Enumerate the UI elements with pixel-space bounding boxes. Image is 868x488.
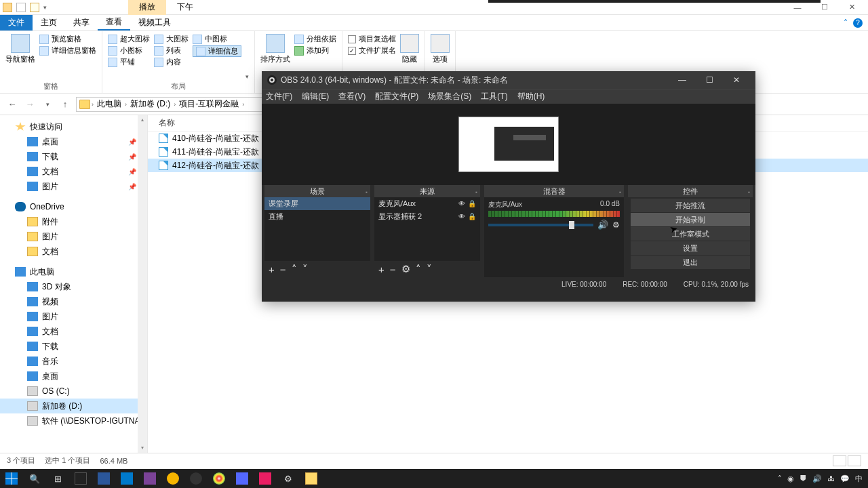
tree-thispc[interactable]: 此电脑 [0,264,147,279]
group-by-button[interactable]: 分组依据 [294,34,336,44]
tree-3d[interactable]: 3D 对象 [0,279,147,294]
studio-mode-button[interactable]: 工作室模式 [631,227,750,241]
forward-button[interactable]: → [23,98,37,111]
lock-icon[interactable]: 🔒 [468,213,476,220]
tree-soft[interactable]: 软件 (\\DESKTOP-IGUTNAR [0,413,147,428]
tree-pics3[interactable]: 图片 [0,309,147,324]
item-checkboxes-toggle[interactable]: 项目复选框 [348,34,396,44]
layout-detail-button[interactable]: 详细信息 [193,45,241,57]
visibility-icon[interactable]: 👁 [458,200,465,207]
tree-newd[interactable]: 新加卷 (D:) [0,399,147,413]
layout-more-icon[interactable]: ▾ [245,73,249,80]
taskbar-app[interactable] [254,469,277,488]
sources-list[interactable]: 麦克风/Aux👁🔒 显示器捕获 2👁🔒 [374,197,480,261]
qat-icon[interactable] [30,3,39,12]
back-button[interactable]: ← [5,98,19,111]
layout-xl-button[interactable]: 超大图标 [108,34,150,44]
add-scene-button[interactable]: + [269,264,275,275]
tree-music[interactable]: 音乐 [0,354,147,369]
tray-notification-icon[interactable]: 💬 [840,474,850,483]
taskbar-app[interactable] [92,469,115,488]
recent-dropdown-icon[interactable]: ▾ [41,98,54,111]
qat-dropdown-icon[interactable]: ▾ [43,4,47,11]
tree-video[interactable]: 视频 [0,294,147,309]
chevron-right-icon[interactable]: › [92,101,94,108]
tray-network-icon[interactable]: 🖧 [827,474,835,483]
nav-pane-button[interactable]: 导航窗格 [5,34,35,64]
dock-title[interactable]: 场景 [264,185,370,197]
obs-menu-file[interactable]: 文件(F) [266,91,292,102]
search-button[interactable]: 🔍 [23,469,46,488]
layout-list-button[interactable]: 列表 [154,45,189,56]
options-button[interactable]: 选项 [431,34,450,64]
breadcrumb-proj[interactable]: 项目-互联网金融 [177,98,241,110]
add-column-button[interactable]: 添加列 [294,45,336,56]
view-details-icon[interactable] [833,455,846,466]
source-properties-button[interactable]: ⚙ [401,263,410,275]
taskbar-app[interactable] [115,469,138,488]
taskbar[interactable]: 🔍 ⊞ ⚙ ˄ ◉ ⛊ 🔊 🖧 💬 中 [0,469,868,488]
tree-pics[interactable]: 图片📌 [0,179,147,194]
taskbar-explorer[interactable] [300,469,323,488]
tree-osc[interactable]: OS (C:) [0,384,147,399]
obs-preview[interactable] [262,104,755,185]
taskbar-app[interactable] [138,469,161,488]
gear-icon[interactable]: ⚙ [612,220,620,230]
obs-menu-scenes[interactable]: 场景集合(S) [428,91,471,102]
breadcrumb-pc[interactable]: 此电脑 [95,98,123,110]
taskbar-app[interactable] [184,469,208,488]
source-up-button[interactable]: ˄ [416,263,421,275]
start-recording-button[interactable]: 开始录制 [631,213,750,226]
preview-pane-button[interactable]: 预览窗格 [39,34,96,44]
obs-titlebar[interactable]: OBS 24.0.3 (64-bit, windows) - 配置文件: 未命名… [262,71,755,89]
lock-icon[interactable]: 🔒 [468,200,476,207]
scene-up-button[interactable]: ˄ [292,263,297,275]
dock-title[interactable]: 来源 [374,185,480,197]
help-icon[interactable]: ? [853,18,863,28]
tree-downloads[interactable]: 下载📌 [0,149,147,164]
tray-ime[interactable]: 中 [855,474,863,484]
obs-minimize-button[interactable]: — [669,72,696,88]
view-thumbnails-icon[interactable] [848,455,861,466]
close-button[interactable]: ✕ [838,1,865,14]
scrollbar[interactable]: ▴ ▾ [138,115,147,453]
start-streaming-button[interactable]: 开始推流 [631,199,750,212]
remove-scene-button[interactable]: − [280,264,286,275]
tree-pics2[interactable]: 图片 [0,229,147,244]
taskbar-app[interactable] [69,469,92,488]
tree-docs3[interactable]: 文档 [0,324,147,339]
tree-desktop[interactable]: 桌面📌 [0,134,147,149]
chevron-right-icon[interactable]: › [125,101,127,108]
nav-tree[interactable]: 快速访问 桌面📌 下载📌 文档📌 图片📌 OneDrive 附件 图片 文档 此… [0,115,148,453]
qat-icon[interactable] [16,3,26,12]
share-tab[interactable]: 共享 [65,15,98,30]
ribbon-collapse-icon[interactable]: ˄ [844,18,848,28]
system-tray[interactable]: ˄ ◉ ⛊ 🔊 🖧 💬 中 [778,474,868,484]
chevron-right-icon[interactable]: › [242,101,244,108]
tree-desktop2[interactable]: 桌面 [0,369,147,384]
tray-obs-icon[interactable]: ◉ [787,474,794,483]
video-tools-tab[interactable]: 视频工具 [130,15,179,30]
visibility-icon[interactable]: 👁 [458,213,465,220]
tree-docs2[interactable]: 文档 [0,244,147,259]
tree-quick-access[interactable]: 快速访问 [0,119,147,134]
details-pane-button[interactable]: 详细信息窗格 [39,45,96,56]
file-ext-toggle[interactable]: ✓文件扩展名 [348,45,396,56]
taskbar-app[interactable] [231,469,254,488]
layout-content-button[interactable]: 内容 [154,57,189,67]
source-item[interactable]: 显示器捕获 2👁🔒 [374,210,480,223]
tray-chevron-icon[interactable]: ˄ [778,474,782,483]
obs-menu-edit[interactable]: 编辑(E) [302,91,329,102]
layout-m-button[interactable]: 中图标 [193,34,241,44]
settings-button[interactable]: 设置 [631,241,750,255]
dock-title[interactable]: 控件 [628,185,753,197]
obs-maximize-button[interactable]: ☐ [696,72,723,88]
obs-close-button[interactable]: ✕ [723,72,750,88]
tray-icon[interactable]: ⛊ [800,474,807,483]
scene-item[interactable]: 课堂录屏 [264,197,370,210]
layout-tile-button[interactable]: 平铺 [108,57,150,67]
sort-button[interactable]: 排序方式 [260,34,290,64]
obs-menu-help[interactable]: 帮助(H) [517,91,545,102]
scene-down-button[interactable]: ˅ [302,263,308,275]
taskbar-app[interactable] [208,469,231,488]
